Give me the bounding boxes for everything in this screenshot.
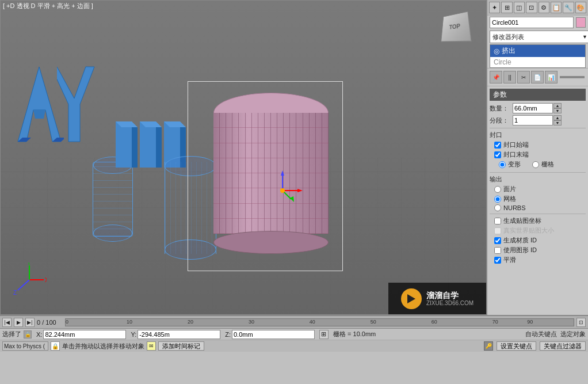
status-right: 自动关键点 选定对象	[525, 330, 586, 339]
cap-start-checkbox[interactable]	[494, 142, 501, 149]
selection-info: 选择了 🔒	[2, 330, 32, 339]
max-physx-label: Max to Physcs (	[2, 341, 48, 351]
svg-marker-17	[297, 189, 303, 192]
output-mesh-radio[interactable]	[494, 196, 501, 203]
rp-tool-8[interactable]: 🎨	[575, 2, 586, 13]
viewport[interactable]: [ +D 透视 D 平滑 + 高光 + 边面 ] TOP	[0, 0, 487, 315]
copy-modifier-btn[interactable]: 📄	[531, 71, 544, 83]
y-input[interactable]	[138, 330, 220, 339]
gen-map-checkbox[interactable]	[494, 218, 501, 225]
capping-type-group: 变形 栅格	[494, 160, 586, 170]
timeline-next-btn[interactable]: ▶|	[25, 318, 35, 327]
segments-down-btn[interactable]: ▼	[553, 120, 562, 126]
set-keyframe-button[interactable]: 设置关键点	[497, 341, 536, 351]
svg-text:Z: Z	[13, 290, 17, 296]
svg-line-25	[18, 280, 29, 290]
segments-up-btn[interactable]: ▲	[553, 115, 562, 120]
modifier-circle[interactable]: Circle	[490, 57, 585, 67]
svg-marker-4	[57, 67, 94, 142]
gen-mat-checkbox[interactable]	[494, 237, 501, 244]
timeline-prev-btn[interactable]: |◀	[2, 318, 12, 327]
svg-rect-9	[156, 127, 162, 168]
modifier-actions: 📌 || ✂ 📄 📊	[487, 68, 588, 86]
command-bar: Max to Physcs ( 🔒 单击并拖动以选择并移动对象 ✉ 添加时间标记…	[0, 340, 588, 352]
z-input[interactable]	[232, 330, 315, 339]
grid-icon[interactable]: ⊞	[319, 330, 329, 339]
svg-marker-15	[281, 170, 284, 176]
lock-icon[interactable]: 🔒	[24, 330, 32, 339]
bottom-area: |◀ ▶ ▶| 0 / 100 0 10 20 30 40 50 60 70 9…	[0, 315, 588, 384]
cap-start-row: 封口始端	[494, 140, 586, 149]
key-filter-button[interactable]: 关键点过滤器	[540, 341, 586, 351]
rp-tool-7[interactable]: 🔧	[563, 2, 574, 13]
modifier-extrude[interactable]: ◎ 挤出	[490, 45, 585, 57]
cmd-message: 单击并拖动以选择并移动对象	[62, 342, 144, 351]
output-patch-row: 面片	[494, 185, 586, 193]
use-shape-checkbox[interactable]	[494, 247, 501, 254]
rp-tool-4[interactable]: ⊡	[526, 2, 537, 13]
cap-end-checkbox[interactable]	[494, 151, 501, 158]
rp-tool-6[interactable]: 📋	[551, 2, 562, 13]
timeline: |◀ ▶ ▶| 0 / 100 0 10 20 30 40 50 60 70 9…	[0, 316, 588, 329]
watermark-icon	[401, 288, 422, 309]
navcube[interactable]: TOP	[440, 12, 475, 47]
output-patch-radio[interactable]	[494, 186, 501, 193]
rp-tool-1[interactable]: ✦	[489, 2, 500, 13]
paste-modifier-btn[interactable]: 📊	[545, 71, 558, 83]
right-panel: ✦ ⊞ ◫ ⊡ ⚙ 📋 🔧 🎨 修改器列表 ◎	[487, 0, 588, 315]
svg-rect-6	[132, 127, 138, 168]
object-name-input[interactable]	[490, 17, 574, 28]
svg-marker-1	[33, 110, 45, 119]
rp-tool-5[interactable]: ⚙	[539, 2, 549, 13]
scroll-indicator[interactable]	[560, 76, 585, 78]
envelope-icon[interactable]: ✉	[147, 341, 156, 351]
output-nurbs-radio[interactable]	[494, 204, 501, 211]
key-icon[interactable]: 🔑	[484, 341, 493, 351]
y-coord: Y:	[131, 330, 220, 339]
capping-label: 封口	[490, 131, 586, 139]
add-time-button[interactable]: 添加时间标记	[158, 341, 204, 351]
object-name-row	[487, 16, 588, 29]
main-cylinder[interactable]	[205, 93, 337, 254]
smooth-row: 平滑	[494, 256, 586, 264]
rp-tool-2[interactable]: ⊞	[501, 2, 512, 13]
amount-input[interactable]	[513, 103, 553, 113]
segments-input[interactable]	[513, 115, 553, 126]
delete-modifier-btn[interactable]: ✂	[517, 71, 530, 83]
watermark: 溜溜自学 ZIXUE.3D66.COM	[388, 283, 486, 314]
cap-end-row: 封口末端	[494, 150, 586, 159]
modifier-list-dropdown[interactable]: 修改器列表	[490, 31, 588, 43]
timeline-track[interactable]: 0 10 20 30 40 50 60 70 90	[65, 318, 574, 326]
svg-text:Y: Y	[27, 263, 31, 266]
modifier-extrude-icon: ◎	[494, 47, 499, 55]
selected-label: 选择了	[2, 330, 21, 339]
key-area: 🔑 设置关键点 关键点过滤器	[484, 341, 586, 351]
status-bar: 选择了 🔒 X: Y: Z: ⊞ 栅格 = 10.0mm 自动关键点 选定对象	[0, 329, 588, 340]
gen-mat-row: 生成材质 ID	[494, 236, 586, 245]
transform-gizmo[interactable]	[259, 168, 306, 214]
smooth-checkbox[interactable]	[494, 257, 501, 264]
gen-map-row: 生成贴图坐标	[494, 216, 586, 225]
timeline-keyframe-btn[interactable]: ⊡	[576, 318, 586, 327]
rp-tool-3[interactable]: ◫	[514, 2, 525, 13]
x-input[interactable]	[43, 330, 126, 339]
pin-modifier-btn[interactable]: 📌	[490, 71, 502, 83]
amount-down-btn[interactable]: ▼	[553, 108, 562, 113]
grid-label: 栅格 = 10.0mm	[333, 330, 376, 339]
timeline-counter: 0 / 100	[37, 319, 63, 326]
show-modifier-btn[interactable]: ||	[503, 71, 516, 83]
lock-field[interactable]: 🔒	[51, 341, 60, 351]
object-color-box[interactable]	[576, 17, 586, 28]
timeline-play-btn[interactable]: ▶	[14, 318, 23, 327]
svg-marker-0	[18, 67, 61, 142]
cap-grid-radio[interactable]	[532, 161, 539, 168]
amount-up-btn[interactable]: ▲	[553, 103, 562, 108]
output-label: 输出	[490, 175, 586, 184]
use-shape-row: 使用图形 ID	[494, 246, 586, 254]
real-world-checkbox[interactable]	[494, 227, 501, 234]
real-world-row: 真实世界贴图大小	[494, 226, 586, 235]
svg-rect-8	[140, 121, 156, 168]
cap-morph-radio[interactable]	[499, 161, 506, 168]
svg-rect-5	[116, 121, 132, 168]
x-coord: X:	[36, 330, 126, 339]
